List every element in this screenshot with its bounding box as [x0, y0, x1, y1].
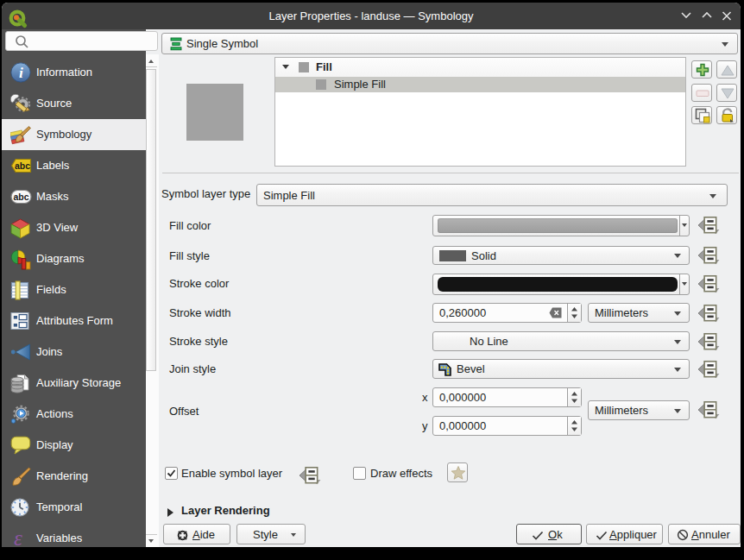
svg-text:abc: abc — [13, 192, 28, 202]
svg-text:abc: abc — [15, 160, 30, 171]
svg-text:i: i — [19, 64, 23, 81]
svg-text:ε: ε — [14, 529, 22, 547]
